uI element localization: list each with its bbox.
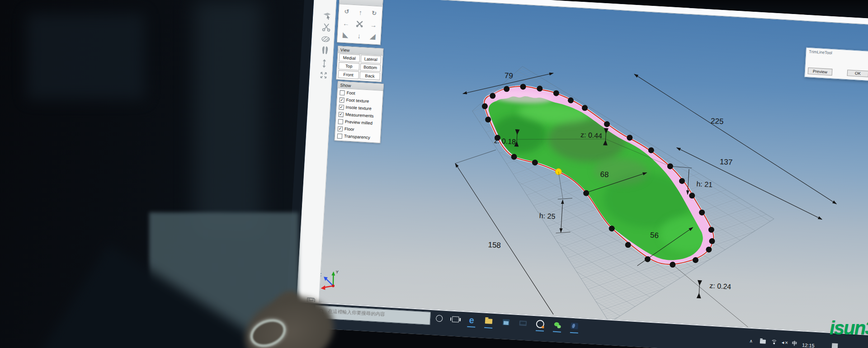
chevron-up-icon: ∧: [749, 338, 753, 343]
measurement-z-heel: z: 0.18: [494, 136, 516, 146]
trimline-dialog-title: TrimLineTool: [809, 49, 832, 55]
laptop-app-icon: [519, 320, 527, 326]
checkbox-measurements[interactable]: ✓: [338, 112, 344, 118]
tilt-right-button[interactable]: ◢: [366, 30, 380, 43]
measurement-toe-width: 56: [650, 231, 659, 240]
rotate-ccw-button[interactable]: ↺: [340, 5, 354, 18]
measurement-total-length: 225: [711, 117, 724, 126]
view-medial-button[interactable]: Medial: [339, 53, 360, 62]
checkbox-insole-texture-label: Insole texture: [345, 104, 372, 111]
laptop-app-button[interactable]: [518, 318, 528, 328]
tray-folder-icon: [760, 339, 766, 344]
measurement-height-medial: h: 21: [696, 180, 713, 188]
edge-running-indicator: [467, 326, 475, 328]
tilt-left-button[interactable]: ◣: [338, 28, 353, 41]
explorer-running-indicator: [484, 327, 492, 329]
clock-time: 12:15: [802, 342, 815, 348]
tray-clock[interactable]: 12:15: [802, 340, 815, 348]
background-window-blur: [27, 14, 145, 99]
checkbox-transparency-label: Transparency: [344, 133, 370, 140]
wechat-button[interactable]: [552, 320, 562, 330]
measurement-midfoot-width: 68: [600, 170, 609, 179]
edge-icon: e: [469, 315, 474, 325]
action-center-icon: [832, 343, 838, 348]
wechat-running-indicator: [553, 331, 561, 333]
scissors-icon[interactable]: [321, 22, 331, 32]
measurement-z-mid: z: 0.44: [580, 131, 603, 140]
tray-volume-button[interactable]: ◄✕: [779, 338, 790, 348]
measurement-heel-width: 79: [504, 71, 513, 80]
checkbox-measurements-label: Measurements: [345, 112, 374, 118]
pan-up-button[interactable]: ↑: [353, 6, 368, 19]
house-app-button[interactable]: [500, 317, 511, 327]
measurement-heel-segment: 158: [488, 240, 501, 250]
measurement-height-mid: h: 25: [539, 212, 556, 220]
view-panel: View Medial Lateral Top Bottom Front Bac…: [336, 46, 383, 82]
wifi-icon: [771, 339, 777, 344]
rotate-cw-button[interactable]: ↻: [367, 7, 382, 19]
ime-indicator: 中: [792, 340, 797, 347]
q-browser-running-indicator: [536, 330, 544, 331]
pan-left-button[interactable]: ←: [339, 17, 354, 29]
tray-expand-button[interactable]: ∧: [746, 335, 756, 346]
checkbox-floor[interactable]: ✓: [338, 126, 343, 132]
checkbox-foot[interactable]: [340, 90, 345, 96]
checkbox-foot-texture-label: Foot texture: [346, 97, 369, 103]
insole-app-button[interactable]: [569, 321, 580, 331]
checkbox-insole-texture[interactable]: ✓: [339, 105, 344, 110]
insole-pair-icon[interactable]: [320, 45, 330, 56]
insole-app-icon: [571, 323, 578, 329]
trimline-preview-button[interactable]: Preview: [808, 67, 833, 75]
edge-button[interactable]: e: [466, 315, 476, 325]
active-control-point[interactable]: [555, 168, 562, 175]
checkbox-floor-label: Floor: [344, 126, 354, 132]
checkbox-preview-milled-label: Preview milled: [345, 119, 373, 126]
speaker-mute-icon: ◄✕: [781, 340, 788, 345]
file-explorer-button[interactable]: [483, 316, 494, 326]
tray-ime-button[interactable]: 中: [789, 338, 800, 348]
tray-network-button[interactable]: [769, 337, 779, 347]
measurement-z-toe: z: 0.24: [709, 282, 731, 291]
region-select-icon[interactable]: [322, 10, 332, 20]
checkbox-foot-texture[interactable]: ✓: [339, 98, 344, 103]
folder-icon: [485, 318, 493, 324]
trimline-ok-button[interactable]: OK: [847, 70, 868, 77]
monitor-screen: 79 225 137 68 56 158 h: 25 h: 21 z: 0.18…: [295, 0, 868, 348]
house-app-icon: [502, 319, 509, 325]
background-light-band: [194, 0, 262, 235]
checkbox-transparency[interactable]: [337, 133, 343, 139]
view-front-button[interactable]: Front: [338, 71, 359, 79]
tray-folder-button[interactable]: [758, 336, 768, 347]
task-view-icon: [452, 316, 459, 322]
expand-arrows-icon[interactable]: [318, 70, 329, 80]
view-lateral-button[interactable]: Lateral: [360, 55, 381, 63]
checkbox-preview-milled[interactable]: [338, 119, 344, 124]
show-panel: Show Foot ✓ Foot texture ✓ Insole textur…: [334, 81, 383, 143]
cortana-button[interactable]: [434, 313, 444, 323]
q-browser-button[interactable]: [535, 319, 545, 329]
cortana-icon: [435, 315, 443, 322]
wechat-icon: [554, 322, 561, 328]
search-input[interactable]: [327, 308, 428, 320]
q-browser-icon: [536, 320, 544, 328]
vertical-resize-icon[interactable]: [319, 58, 330, 69]
view-back-button[interactable]: Back: [359, 71, 380, 80]
view-bottom-button[interactable]: Bottom: [360, 63, 381, 72]
measurement-forefoot-length: 137: [719, 157, 732, 167]
insole-app-running-indicator: [570, 332, 578, 334]
isun-watermark: isun3: [830, 317, 868, 339]
hatched-ellipse-icon[interactable]: [321, 34, 331, 44]
tools-button[interactable]: [353, 18, 367, 30]
checkbox-foot-label: Foot: [346, 90, 355, 95]
view-top-button[interactable]: Top: [339, 62, 359, 71]
pan-right-button[interactable]: →: [366, 19, 381, 31]
navigation-panel: ↺ ↑ ↻ ← → ◣ ↓ ◢: [337, 0, 383, 45]
axis-y-label: Y: [335, 270, 339, 274]
task-view-button[interactable]: [450, 314, 461, 324]
pan-down-button[interactable]: ↓: [352, 29, 367, 42]
action-center-button[interactable]: [832, 343, 838, 348]
